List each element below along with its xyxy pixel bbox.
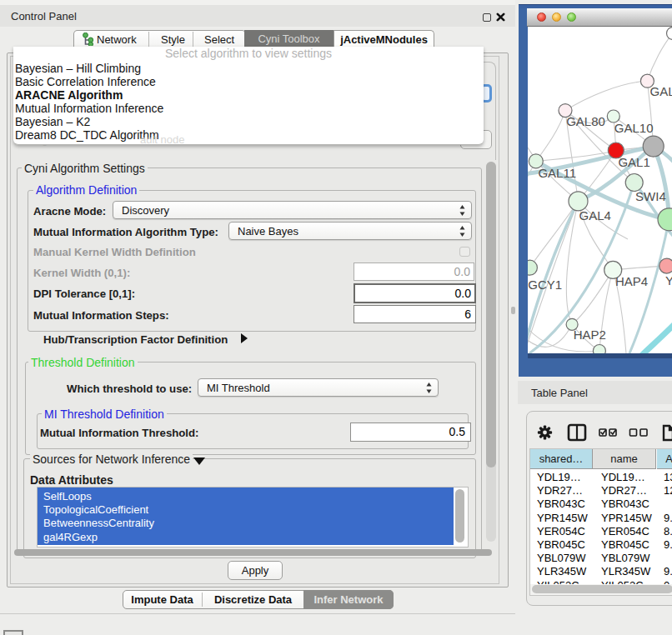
svg-text:GAL10: GAL10: [614, 121, 654, 135]
svg-text:GAL1: GAL1: [618, 155, 649, 169]
svg-text:HAP2: HAP2: [574, 328, 606, 342]
svg-text:Y: Y: [665, 273, 672, 288]
svg-text:GAL11: GAL11: [538, 166, 576, 180]
svg-text:GAL: GAL: [650, 84, 672, 98]
svg-text:GAL80: GAL80: [566, 114, 605, 128]
svg-text:GAL4: GAL4: [579, 208, 611, 222]
svg-text:HAP4: HAP4: [615, 274, 648, 288]
svg-text:GCY1: GCY1: [528, 278, 562, 292]
svg-text:SWI4: SWI4: [635, 189, 666, 203]
